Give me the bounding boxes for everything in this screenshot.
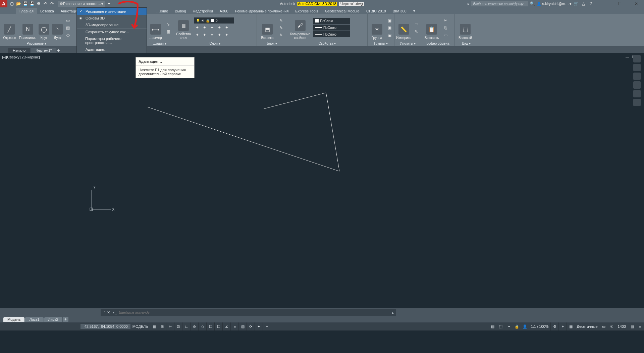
cut-icon[interactable]: ✂ bbox=[442, 17, 449, 24]
otrack-toggle-icon[interactable]: ∠ bbox=[222, 322, 230, 330]
panel-layers-title[interactable]: Слои ▾ bbox=[174, 41, 255, 46]
new-icon[interactable]: ▢ bbox=[9, 1, 15, 7]
table-icon[interactable]: ▦ bbox=[165, 28, 171, 35]
tab-addins[interactable]: Надстройки bbox=[189, 8, 216, 14]
ws-item-customize[interactable]: Адаптация… bbox=[77, 46, 147, 53]
copy-icon[interactable]: ⎘ bbox=[442, 25, 449, 31]
panel-util-title[interactable]: Утилиты ▾ bbox=[396, 41, 420, 46]
isolate-icon[interactable]: ☉ bbox=[608, 322, 616, 330]
tab-express[interactable]: Express Tools bbox=[292, 8, 321, 14]
measure-button[interactable]: 📏Измерить bbox=[396, 16, 412, 40]
undo-icon[interactable]: ↶ bbox=[42, 1, 48, 7]
tab-start[interactable]: Начало bbox=[8, 48, 30, 53]
paste-button[interactable]: 📋Вставить bbox=[423, 16, 441, 40]
new-tab-button[interactable]: + bbox=[57, 48, 62, 53]
layer-tool-10[interactable]: ✦ bbox=[223, 32, 230, 38]
ws-item-settings[interactable]: Параметры рабочего пространства… bbox=[77, 35, 147, 46]
group-tool-1[interactable]: ▣ bbox=[386, 17, 393, 24]
layer-tool-7[interactable]: ✦ bbox=[201, 32, 208, 38]
hatch-icon[interactable]: ▨ bbox=[65, 25, 71, 31]
iso-toggle-icon[interactable]: ◇ bbox=[198, 322, 206, 330]
workspace-status-icon[interactable]: + bbox=[558, 322, 567, 330]
panel-dim-title[interactable]: …ации ▾ bbox=[148, 41, 171, 46]
search-icon[interactable]: 🔍 bbox=[529, 1, 535, 7]
tab-geotech[interactable]: Geotechnical Module bbox=[322, 8, 363, 14]
ws-item-drafting[interactable]: ✓Рисование и аннотации bbox=[77, 8, 147, 15]
tab-output[interactable]: Вывод bbox=[171, 8, 189, 14]
space-indicator[interactable]: МОДЕЛЬ bbox=[130, 324, 150, 328]
layout-sheet2[interactable]: Лист2 bbox=[44, 317, 62, 322]
view-minimize-icon[interactable]: — bbox=[625, 54, 630, 59]
cmd-chevron-icon[interactable]: ▸_ bbox=[113, 310, 117, 315]
polar-toggle-icon[interactable]: ⊙ bbox=[190, 322, 198, 330]
panel-block-title[interactable]: Блок ▾ bbox=[258, 41, 285, 46]
close-button[interactable]: ✕ bbox=[629, 0, 644, 7]
3dosnap-icon[interactable]: ☐ bbox=[214, 322, 222, 330]
insert-block-button[interactable]: ⬒Вставка bbox=[258, 16, 276, 40]
dynamic-input-icon[interactable]: ⊡ bbox=[174, 322, 182, 330]
block-tool-3[interactable]: ✎ bbox=[278, 32, 284, 39]
layer-tool-4[interactable]: ✦ bbox=[216, 24, 223, 31]
rect-icon[interactable]: ▭ bbox=[65, 17, 71, 24]
clip-tool[interactable]: ▭ bbox=[442, 32, 449, 39]
gear-status-icon[interactable]: ⚙ bbox=[550, 322, 558, 330]
ellipse-icon[interactable]: ⬭ bbox=[65, 32, 71, 39]
drawing-canvas[interactable]: Y X bbox=[0, 53, 496, 308]
hardware-accel-icon[interactable]: ▦ bbox=[567, 322, 575, 330]
group-button[interactable]: ✶Группа bbox=[369, 16, 385, 40]
zoom-icon[interactable] bbox=[633, 81, 641, 89]
ortho-toggle-icon[interactable]: ∟ bbox=[182, 322, 190, 330]
layout-model[interactable]: Модель bbox=[3, 317, 24, 322]
layer-tool-5[interactable]: ✦ bbox=[223, 24, 230, 31]
maximize-button[interactable]: ☐ bbox=[612, 0, 627, 7]
lineweight-dropdown[interactable]: ПоСлою bbox=[313, 25, 350, 31]
panel-props-title[interactable]: Свойства ▾ bbox=[288, 41, 366, 46]
saveas-icon[interactable]: 💾 bbox=[29, 1, 35, 7]
minimize-button[interactable]: — bbox=[595, 0, 610, 7]
linetype-dropdown[interactable]: ПоСлою bbox=[313, 31, 350, 37]
grid-toggle-icon[interactable]: ▦ bbox=[150, 322, 158, 330]
tab-a360[interactable]: A360 bbox=[216, 8, 232, 14]
a360-icon[interactable]: △ bbox=[580, 1, 586, 7]
annotation-monitor-icon[interactable]: + bbox=[263, 322, 271, 330]
tab-insert[interactable]: Вставка bbox=[37, 8, 57, 14]
model-space-icon[interactable]: ⬚ bbox=[497, 322, 505, 330]
help-icon[interactable]: ? bbox=[588, 1, 594, 7]
status-menu-icon[interactable]: ≡ bbox=[636, 322, 644, 330]
dimension-button[interactable]: ⟷…азмер bbox=[148, 16, 163, 40]
quick-props-icon[interactable]: ▤ bbox=[489, 322, 497, 330]
ws-item-3d-basics[interactable]: ■Основы 3D bbox=[77, 15, 147, 21]
layer-tool-3[interactable]: ✦ bbox=[209, 24, 215, 31]
save-icon[interactable]: 💾 bbox=[22, 1, 28, 7]
autoscale-icon[interactable]: 🔒 bbox=[513, 322, 521, 330]
panel-view-title[interactable]: Вид ▾ bbox=[456, 41, 477, 46]
workspace-dropdown[interactable]: ⚙ Рисование и аннота… ▾ bbox=[58, 1, 105, 7]
panel-groups-title[interactable]: Группы ▾ bbox=[369, 41, 393, 46]
drawing-area[interactable]: [–][Сверху][2D-каркас] — ☐ ✕ Y X bbox=[0, 53, 644, 308]
match-props-button[interactable]: 🖌Копирование свойств bbox=[288, 16, 312, 40]
search-input[interactable]: Введите ключевое слово/фразу bbox=[471, 1, 528, 6]
tab-bim360[interactable]: BIM 360 bbox=[389, 8, 410, 14]
tab-spds[interactable]: СПДС 2018 bbox=[363, 8, 389, 14]
pan-icon[interactable] bbox=[633, 73, 641, 80]
search-caret-icon[interactable]: ▸ bbox=[468, 2, 470, 6]
customize-status-icon[interactable]: ▤ bbox=[628, 322, 636, 330]
clean-screen-icon[interactable]: ▭ bbox=[600, 322, 608, 330]
leader-icon[interactable]: ↘ bbox=[165, 21, 171, 28]
tab-recommended[interactable]: Рекомендованные приложения bbox=[232, 8, 292, 14]
tab-more-icon[interactable]: ▾ bbox=[410, 8, 419, 14]
layer-dropdown[interactable]: 💡 ☀ 🔒 0 bbox=[194, 17, 234, 24]
gizmo-icon[interactable]: ✦ bbox=[255, 322, 263, 330]
num-display[interactable]: 1400 bbox=[616, 324, 628, 328]
viewcube-icon[interactable] bbox=[633, 55, 641, 62]
user-account[interactable]: 👤 s.kiryakidi@m… ▾ bbox=[537, 2, 572, 6]
circle-button[interactable]: ◯Круг bbox=[38, 16, 50, 40]
group-tool-3[interactable]: ▣ bbox=[386, 32, 393, 39]
layer-tool-1[interactable]: ✦ bbox=[194, 24, 201, 31]
ws-item-3d-modeling[interactable]: 3D-моделирование bbox=[77, 21, 147, 28]
layer-props-button[interactable]: ≣Свойства слоя bbox=[174, 16, 193, 40]
snap-toggle-icon[interactable]: ⊞ bbox=[158, 322, 166, 330]
infer-toggle-icon[interactable]: ⊢ bbox=[166, 322, 174, 330]
print-icon[interactable]: 🖶 bbox=[36, 1, 42, 7]
panel-draw-title[interactable]: Рисование ▾ bbox=[1, 41, 71, 46]
